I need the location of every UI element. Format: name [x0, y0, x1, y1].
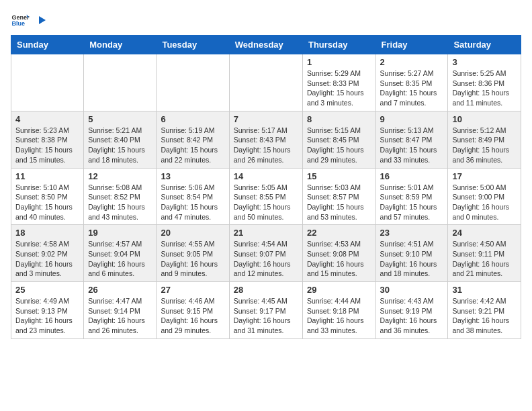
svg-text:Blue: Blue: [11, 20, 25, 27]
day-header-thursday: Thursday: [302, 36, 375, 54]
day-number: 26: [88, 285, 152, 295]
calendar-cell: 6Sunrise: 5:19 AM Sunset: 8:42 PM Daylig…: [157, 111, 229, 168]
calendar-cell: 30Sunrise: 4:43 AM Sunset: 9:19 PM Dayli…: [375, 282, 448, 339]
day-number: 25: [15, 285, 79, 295]
cell-info: Sunrise: 5:25 AM Sunset: 8:36 PM Dayligh…: [452, 68, 517, 108]
day-number: 20: [161, 228, 224, 238]
calendar-cell: 10Sunrise: 5:12 AM Sunset: 8:49 PM Dayli…: [448, 111, 521, 168]
cell-info: Sunrise: 5:03 AM Sunset: 8:57 PM Dayligh…: [307, 183, 371, 222]
calendar-week-row: 4Sunrise: 5:23 AM Sunset: 8:38 PM Daylig…: [11, 111, 521, 168]
day-number: 17: [452, 171, 517, 181]
calendar-week-row: 11Sunrise: 5:10 AM Sunset: 8:50 PM Dayli…: [11, 168, 521, 225]
calendar-cell: 25Sunrise: 4:49 AM Sunset: 9:13 PM Dayli…: [11, 282, 84, 339]
calendar-cell: 12Sunrise: 5:08 AM Sunset: 8:52 PM Dayli…: [84, 168, 157, 225]
day-number: 31: [452, 285, 517, 295]
calendar-week-row: 18Sunrise: 4:58 AM Sunset: 9:02 PM Dayli…: [11, 225, 521, 282]
cell-info: Sunrise: 5:21 AM Sunset: 8:40 PM Dayligh…: [88, 126, 152, 165]
calendar-cell: 29Sunrise: 4:44 AM Sunset: 9:18 PM Dayli…: [302, 282, 375, 339]
day-number: 6: [161, 114, 224, 124]
cell-info: Sunrise: 5:15 AM Sunset: 8:45 PM Dayligh…: [307, 126, 371, 165]
day-number: 1: [307, 57, 371, 67]
calendar-cell: 11Sunrise: 5:10 AM Sunset: 8:50 PM Dayli…: [11, 168, 84, 225]
day-number: 2: [380, 57, 444, 67]
calendar-cell: 20Sunrise: 4:55 AM Sunset: 9:05 PM Dayli…: [157, 225, 229, 282]
day-header-friday: Friday: [375, 36, 448, 54]
day-number: 21: [234, 228, 298, 238]
cell-info: Sunrise: 4:43 AM Sunset: 9:19 PM Dayligh…: [380, 296, 444, 336]
calendar-cell: 14Sunrise: 5:05 AM Sunset: 8:55 PM Dayli…: [229, 168, 302, 225]
cell-info: Sunrise: 4:55 AM Sunset: 9:05 PM Dayligh…: [161, 239, 224, 279]
cell-info: Sunrise: 4:46 AM Sunset: 9:15 PM Dayligh…: [161, 296, 224, 336]
day-header-sunday: Sunday: [11, 36, 84, 54]
calendar-cell: [84, 54, 157, 111]
calendar-week-row: 25Sunrise: 4:49 AM Sunset: 9:13 PM Dayli…: [11, 282, 521, 339]
header: General Blue: [11, 11, 521, 30]
cell-info: Sunrise: 5:23 AM Sunset: 8:38 PM Dayligh…: [15, 126, 79, 165]
calendar-cell: 7Sunrise: 5:17 AM Sunset: 8:43 PM Daylig…: [229, 111, 302, 168]
day-number: 23: [380, 228, 444, 238]
cell-info: Sunrise: 4:47 AM Sunset: 9:14 PM Dayligh…: [88, 296, 152, 336]
cell-info: Sunrise: 5:12 AM Sunset: 8:49 PM Dayligh…: [452, 126, 517, 165]
cell-info: Sunrise: 5:17 AM Sunset: 8:43 PM Dayligh…: [234, 126, 298, 165]
day-number: 10: [452, 114, 517, 124]
calendar-table: SundayMondayTuesdayWednesdayThursdayFrid…: [11, 35, 521, 339]
cell-info: Sunrise: 5:10 AM Sunset: 8:50 PM Dayligh…: [15, 183, 79, 222]
day-header-saturday: Saturday: [448, 36, 521, 54]
cell-info: Sunrise: 4:42 AM Sunset: 9:21 PM Dayligh…: [452, 296, 517, 336]
day-number: 8: [307, 114, 371, 124]
calendar-cell: 16Sunrise: 5:01 AM Sunset: 8:59 PM Dayli…: [375, 168, 448, 225]
calendar-cell: 9Sunrise: 5:13 AM Sunset: 8:47 PM Daylig…: [375, 111, 448, 168]
cell-info: Sunrise: 4:44 AM Sunset: 9:18 PM Dayligh…: [307, 296, 371, 336]
day-number: 30: [380, 285, 444, 295]
day-number: 29: [307, 285, 371, 295]
calendar-cell: [11, 54, 84, 111]
day-header-wednesday: Wednesday: [229, 36, 302, 54]
calendar-cell: 17Sunrise: 5:00 AM Sunset: 9:00 PM Dayli…: [448, 168, 521, 225]
day-number: 4: [15, 114, 79, 124]
day-number: 27: [161, 285, 224, 295]
logo-icon: General Blue: [11, 11, 30, 30]
calendar-cell: 26Sunrise: 4:47 AM Sunset: 9:14 PM Dayli…: [84, 282, 157, 339]
calendar-cell: 22Sunrise: 4:53 AM Sunset: 9:08 PM Dayli…: [302, 225, 375, 282]
day-number: 28: [234, 285, 298, 295]
day-number: 19: [88, 228, 152, 238]
calendar-cell: 2Sunrise: 5:27 AM Sunset: 8:35 PM Daylig…: [375, 54, 448, 111]
day-number: 9: [380, 114, 444, 124]
cell-info: Sunrise: 5:19 AM Sunset: 8:42 PM Dayligh…: [161, 126, 224, 165]
day-header-tuesday: Tuesday: [157, 36, 229, 54]
day-number: 14: [234, 171, 298, 181]
cell-info: Sunrise: 5:08 AM Sunset: 8:52 PM Dayligh…: [88, 183, 152, 222]
calendar-cell: 18Sunrise: 4:58 AM Sunset: 9:02 PM Dayli…: [11, 225, 84, 282]
day-number: 12: [88, 171, 152, 181]
calendar-cell: 24Sunrise: 4:50 AM Sunset: 9:11 PM Dayli…: [448, 225, 521, 282]
day-number: 24: [452, 228, 517, 238]
calendar-cell: 21Sunrise: 4:54 AM Sunset: 9:07 PM Dayli…: [229, 225, 302, 282]
cell-info: Sunrise: 5:27 AM Sunset: 8:35 PM Dayligh…: [380, 68, 444, 108]
cell-info: Sunrise: 4:54 AM Sunset: 9:07 PM Dayligh…: [234, 239, 298, 279]
calendar-cell: [229, 54, 302, 111]
cell-info: Sunrise: 5:00 AM Sunset: 9:00 PM Dayligh…: [452, 183, 517, 222]
day-number: 3: [452, 57, 517, 67]
day-number: 13: [161, 171, 224, 181]
day-number: 15: [307, 171, 371, 181]
day-number: 5: [88, 114, 152, 124]
calendar-cell: 4Sunrise: 5:23 AM Sunset: 8:38 PM Daylig…: [11, 111, 84, 168]
cell-info: Sunrise: 4:58 AM Sunset: 9:02 PM Dayligh…: [15, 239, 79, 279]
day-number: 11: [15, 171, 79, 181]
svg-marker-3: [39, 16, 46, 24]
cell-info: Sunrise: 4:45 AM Sunset: 9:17 PM Dayligh…: [234, 296, 298, 336]
cell-info: Sunrise: 5:06 AM Sunset: 8:54 PM Dayligh…: [161, 183, 224, 222]
logo: General Blue: [11, 11, 47, 30]
cell-info: Sunrise: 4:57 AM Sunset: 9:04 PM Dayligh…: [88, 239, 152, 279]
cell-info: Sunrise: 4:51 AM Sunset: 9:10 PM Dayligh…: [380, 239, 444, 279]
calendar-cell: [157, 54, 229, 111]
calendar-cell: 28Sunrise: 4:45 AM Sunset: 9:17 PM Dayli…: [229, 282, 302, 339]
day-number: 7: [234, 114, 298, 124]
cell-info: Sunrise: 4:50 AM Sunset: 9:11 PM Dayligh…: [452, 239, 517, 279]
calendar-cell: 5Sunrise: 5:21 AM Sunset: 8:40 PM Daylig…: [84, 111, 157, 168]
calendar-week-row: 1Sunrise: 5:29 AM Sunset: 8:33 PM Daylig…: [11, 54, 521, 111]
calendar-cell: 19Sunrise: 4:57 AM Sunset: 9:04 PM Dayli…: [84, 225, 157, 282]
calendar-cell: 31Sunrise: 4:42 AM Sunset: 9:21 PM Dayli…: [448, 282, 521, 339]
calendar-cell: 3Sunrise: 5:25 AM Sunset: 8:36 PM Daylig…: [448, 54, 521, 111]
calendar-cell: 8Sunrise: 5:15 AM Sunset: 8:45 PM Daylig…: [302, 111, 375, 168]
